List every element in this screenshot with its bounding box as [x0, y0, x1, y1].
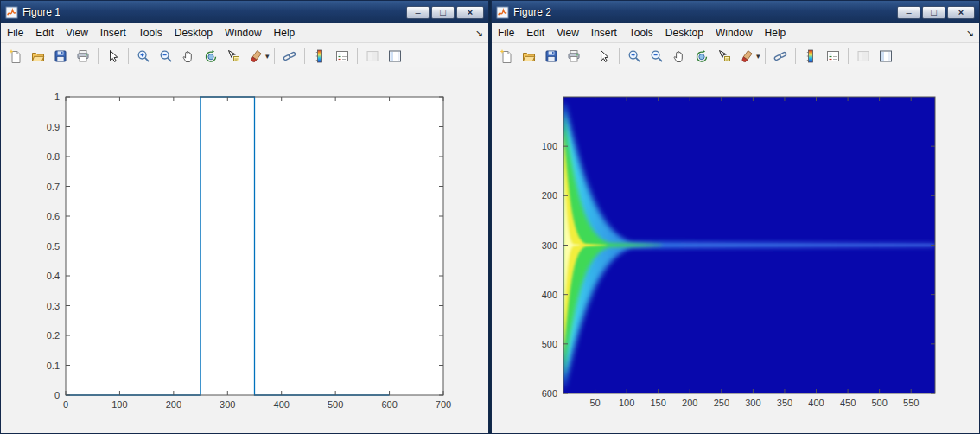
dock-figure-arrow-icon[interactable]: ↘	[966, 28, 974, 39]
menu-bar: FileEditViewInsertToolsDesktopWindowHelp…	[1, 23, 488, 43]
close-button[interactable]: ×	[456, 6, 484, 19]
svg-text:500: 500	[328, 399, 343, 410]
svg-text:600: 600	[542, 388, 557, 399]
svg-text:100: 100	[619, 398, 634, 408]
titlebar[interactable]: Figure 1 – □ ×	[1, 1, 488, 23]
insert-colorbar-icon[interactable]	[800, 46, 821, 67]
svg-text:0.6: 0.6	[47, 211, 60, 221]
svg-text:300: 300	[220, 399, 235, 410]
window-title: Figure 2	[513, 6, 897, 18]
menu-item-help[interactable]: Help	[759, 24, 792, 41]
zoom-out-icon[interactable]	[156, 46, 176, 67]
svg-text:0.4: 0.4	[47, 271, 60, 281]
insert-legend-icon[interactable]	[823, 46, 843, 67]
pulse-plot[interactable]: 010020030040050060070000.10.20.30.40.50.…	[1, 67, 490, 434]
menu-item-desktop[interactable]: Desktop	[169, 24, 219, 41]
toolbar: ▾	[1, 43, 488, 69]
toolbar-separator	[128, 48, 129, 64]
matlab-figure-icon	[5, 6, 18, 19]
svg-text:550: 550	[903, 398, 919, 408]
insert-colorbar-icon[interactable]	[309, 46, 330, 67]
zoom-in-icon[interactable]	[133, 46, 154, 67]
menu-item-insert[interactable]: Insert	[585, 24, 623, 41]
menu-item-edit[interactable]: Edit	[29, 24, 60, 41]
svg-text:300: 300	[542, 240, 557, 251]
svg-text:200: 200	[682, 398, 697, 408]
new-figure-icon[interactable]	[496, 46, 517, 67]
save-figure-icon[interactable]	[541, 46, 562, 67]
print-figure-icon[interactable]	[563, 46, 584, 67]
menu-item-tools[interactable]: Tools	[132, 24, 169, 41]
show-plot-tools-icon[interactable]	[385, 46, 405, 67]
menu-item-window[interactable]: Window	[219, 24, 268, 41]
svg-text:400: 400	[808, 398, 824, 408]
menu-item-file[interactable]: File	[492, 24, 520, 41]
toolbar-separator	[765, 48, 766, 64]
menu-item-view[interactable]: View	[550, 24, 585, 41]
open-file-icon[interactable]	[519, 46, 539, 67]
minimize-button[interactable]: –	[897, 6, 920, 19]
hide-plot-tools-icon	[362, 46, 383, 67]
heatmap-plot[interactable]: 5010015020025030035040045050055010020030…	[492, 67, 980, 434]
svg-text:200: 200	[166, 399, 181, 410]
save-figure-icon[interactable]	[50, 46, 71, 67]
brush-dropdown-caret[interactable]: ▾	[756, 52, 760, 61]
toolbar-separator	[274, 48, 275, 64]
dock-figure-arrow-icon[interactable]: ↘	[475, 28, 483, 39]
svg-text:100: 100	[111, 399, 127, 410]
menu-item-desktop[interactable]: Desktop	[659, 24, 710, 41]
open-file-icon[interactable]	[28, 46, 48, 67]
close-button[interactable]: ×	[947, 6, 975, 19]
toolbar-separator	[848, 48, 849, 64]
svg-text:50: 50	[589, 398, 600, 408]
edit-plot-icon[interactable]	[594, 46, 614, 67]
data-cursor-icon[interactable]	[223, 46, 244, 67]
svg-text:0.9: 0.9	[47, 122, 60, 132]
svg-text:0.2: 0.2	[47, 330, 60, 341]
edit-plot-icon[interactable]	[103, 46, 124, 67]
maximize-button[interactable]: □	[431, 6, 455, 19]
print-figure-icon[interactable]	[73, 46, 93, 67]
svg-text:0.5: 0.5	[47, 241, 60, 252]
svg-text:450: 450	[840, 398, 856, 408]
brush-icon[interactable]	[245, 46, 266, 67]
toolbar-separator	[357, 48, 358, 64]
zoom-out-icon[interactable]	[646, 46, 667, 67]
link-plot-icon[interactable]	[279, 46, 300, 67]
menu-item-view[interactable]: View	[60, 24, 94, 41]
svg-text:700: 700	[436, 399, 451, 410]
brush-dropdown-caret[interactable]: ▾	[265, 52, 270, 61]
matlab-figure-icon	[496, 6, 509, 19]
menu-item-help[interactable]: Help	[268, 24, 302, 41]
minimize-button[interactable]: –	[406, 6, 430, 19]
pan-icon[interactable]	[669, 46, 690, 67]
menu-item-window[interactable]: Window	[710, 24, 759, 41]
rotate-3d-icon[interactable]	[691, 46, 712, 67]
titlebar[interactable]: Figure 2 – □ ×	[492, 1, 979, 23]
link-plot-icon[interactable]	[770, 46, 791, 67]
svg-text:0: 0	[54, 390, 60, 400]
svg-text:250: 250	[714, 398, 729, 408]
menu-item-file[interactable]: File	[1, 24, 29, 41]
toolbar-separator	[619, 48, 620, 64]
insert-legend-icon[interactable]	[332, 46, 353, 67]
show-plot-tools-icon[interactable]	[875, 46, 896, 67]
toolbar: ▾	[492, 43, 979, 69]
rotate-3d-icon[interactable]	[200, 46, 221, 67]
maximize-button[interactable]: □	[922, 6, 945, 19]
svg-text:0.8: 0.8	[47, 151, 60, 162]
window-controls: – □ ×	[406, 6, 484, 19]
menu-item-tools[interactable]: Tools	[623, 24, 659, 41]
menu-item-edit[interactable]: Edit	[520, 24, 550, 41]
figure-1-canvas[interactable]: 010020030040050060070000.10.20.30.40.50.…	[1, 67, 488, 433]
new-figure-icon[interactable]	[5, 46, 26, 67]
zoom-in-icon[interactable]	[624, 46, 645, 67]
window-title: Figure 1	[22, 6, 406, 18]
pan-icon[interactable]	[178, 46, 199, 67]
menu-item-insert[interactable]: Insert	[94, 24, 132, 41]
figure-2-canvas[interactable]: 5010015020025030035040045050055010020030…	[492, 67, 979, 433]
data-cursor-icon[interactable]	[714, 46, 735, 67]
brush-icon[interactable]	[736, 46, 757, 67]
svg-text:400: 400	[542, 290, 557, 300]
svg-text:350: 350	[777, 398, 792, 408]
